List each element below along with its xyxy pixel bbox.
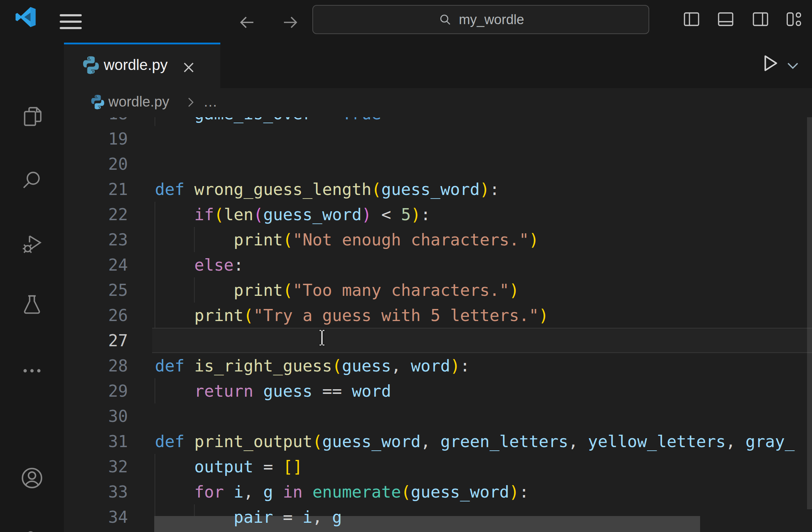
sidebar-item-testing[interactable] xyxy=(10,283,54,327)
line-number: 33 xyxy=(64,482,155,501)
tab-wordle-py[interactable]: wordle.py xyxy=(64,43,220,88)
line-number: 19 xyxy=(64,129,155,148)
code-text: game_is_over = True xyxy=(155,117,812,126)
toggle-primary-sidebar-icon[interactable] xyxy=(682,9,701,29)
code-text: output = [] xyxy=(155,454,812,479)
line-number: 18 xyxy=(64,117,155,123)
line-number: 27 xyxy=(64,331,155,350)
code-line[interactable]: 26 print("Try a guess with 5 letters.") xyxy=(64,303,812,328)
line-number: 20 xyxy=(64,154,155,174)
line-number: 26 xyxy=(64,306,155,325)
line-number: 24 xyxy=(64,255,155,275)
code-line[interactable]: 29 return guess == word xyxy=(64,378,812,403)
code-text xyxy=(155,126,812,151)
code-text: if(len(guess_word) < 5): xyxy=(155,202,812,227)
code-line[interactable]: 33 for i, g in enumerate(guess_word): xyxy=(64,479,812,504)
code-text: else: xyxy=(155,252,812,277)
ellipsis-icon xyxy=(20,359,44,382)
code-content: 18 game_is_over = True192021def wrong_gu… xyxy=(64,117,812,530)
close-icon[interactable] xyxy=(181,60,196,75)
line-number: 22 xyxy=(64,205,155,224)
code-line[interactable]: 21def wrong_guess_length(guess_word): xyxy=(64,177,812,202)
breadcrumb-file[interactable]: wordle.py xyxy=(108,94,169,110)
code-line[interactable]: 30 xyxy=(64,403,812,429)
code-text: print("Not enough characters.") xyxy=(155,227,812,252)
vertical-scrollbar[interactable] xyxy=(807,117,812,509)
line-number: 31 xyxy=(64,432,155,451)
line-number: 25 xyxy=(64,281,155,300)
search-icon xyxy=(437,12,452,27)
sidebar-item-search[interactable] xyxy=(10,158,54,202)
navigate-back-icon[interactable] xyxy=(237,13,257,32)
sidebar-item-explorer[interactable] xyxy=(10,94,54,139)
breadcrumb: wordle.py … xyxy=(64,88,812,117)
code-line[interactable]: 19 xyxy=(64,126,812,151)
code-text: print("Too many characters.") xyxy=(155,277,812,303)
activity-bar xyxy=(0,43,64,532)
run-button[interactable] xyxy=(759,53,780,74)
breadcrumb-ellipsis[interactable]: … xyxy=(203,94,219,110)
code-text xyxy=(155,403,812,429)
vscode-logo-icon xyxy=(15,6,36,28)
code-line[interactable]: 24 else: xyxy=(64,252,812,277)
code-line[interactable]: 27 xyxy=(64,328,812,353)
line-number: 30 xyxy=(64,407,155,426)
editor-viewport[interactable]: 18 game_is_over = True192021def wrong_gu… xyxy=(64,117,812,532)
editor-tabs-bar: wordle.py xyxy=(64,43,812,88)
sidebar-item-run-debug[interactable] xyxy=(10,222,54,266)
code-line[interactable]: 25 print("Too many characters.") xyxy=(64,277,812,303)
navigate-forward-icon[interactable] xyxy=(281,13,300,32)
code-line[interactable]: 31def print_output(guess_word, green_let… xyxy=(64,429,812,454)
code-text: return guess == word xyxy=(155,378,812,403)
title-bar: my_wordle xyxy=(0,0,812,43)
search-value: my_wordle xyxy=(459,12,524,27)
code-line[interactable]: 20 xyxy=(64,151,812,177)
code-line[interactable]: 23 print("Not enough characters.") xyxy=(64,227,812,252)
search-icon xyxy=(20,169,44,192)
toggle-panel-icon[interactable] xyxy=(716,9,736,29)
chevron-down-icon[interactable] xyxy=(785,58,801,74)
beaker-icon xyxy=(20,293,44,316)
toggle-secondary-sidebar-icon[interactable] xyxy=(751,9,770,29)
code-text: print("Try a guess with 5 letters.") xyxy=(155,303,812,328)
python-icon xyxy=(81,55,101,75)
command-center-search[interactable]: my_wordle xyxy=(312,5,649,34)
line-number: 34 xyxy=(64,507,155,527)
mouse-ibeam-cursor xyxy=(319,330,325,346)
code-text: def wrong_guess_length(guess_word): xyxy=(155,177,812,202)
line-number: 29 xyxy=(64,381,155,401)
code-line[interactable]: 28def is_right_guess(guess, word): xyxy=(64,353,812,378)
code-line[interactable]: 18 game_is_over = True xyxy=(64,117,812,126)
sidebar-item-more[interactable] xyxy=(10,349,54,393)
debug-icon xyxy=(20,233,44,256)
menu-icon[interactable] xyxy=(60,14,82,29)
code-line[interactable]: 32 output = [] xyxy=(64,454,812,479)
code-text: def print_output(guess_word, green_lette… xyxy=(155,429,812,454)
accounts-button[interactable] xyxy=(10,456,54,500)
line-number: 32 xyxy=(64,457,155,476)
account-icon xyxy=(20,466,44,490)
customize-layout-icon[interactable] xyxy=(784,9,804,29)
tab-label: wordle.py xyxy=(104,56,168,74)
vscode-window: my_wordle xyxy=(0,0,812,532)
code-text: def is_right_guess(guess, word): xyxy=(155,353,812,378)
code-text xyxy=(155,151,812,177)
python-icon xyxy=(90,94,106,110)
python-environments-button[interactable] xyxy=(10,518,54,532)
code-text xyxy=(155,328,812,353)
line-number: 28 xyxy=(64,356,155,375)
snake-icon xyxy=(20,528,44,532)
line-number: 23 xyxy=(64,230,155,249)
code-line[interactable]: 22 if(len(guess_word) < 5): xyxy=(64,202,812,227)
chevron-right-icon xyxy=(183,95,198,109)
line-number: 21 xyxy=(64,180,155,199)
files-icon xyxy=(20,105,44,128)
code-text: for i, g in enumerate(guess_word): xyxy=(155,479,812,504)
